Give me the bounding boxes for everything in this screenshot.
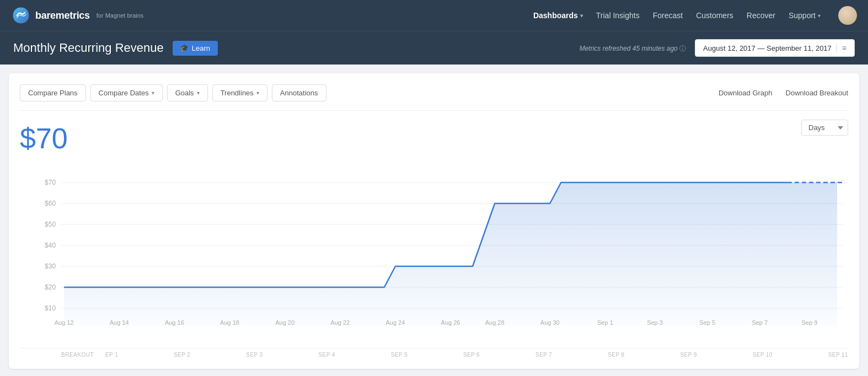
breakout-items: EP 1 SEP 2 SEP 3 SEP 4 SEP 5 SEP 6 SEP 7…	[105, 352, 848, 358]
learn-button[interactable]: 🎓 Learn	[173, 41, 218, 56]
svg-text:Aug 18: Aug 18	[220, 319, 239, 326]
goals-button[interactable]: Goals ▾	[167, 84, 208, 101]
page-title-area: Monthly Recurring Revenue 🎓 Learn	[13, 41, 218, 56]
chevron-down-icon: ▾	[152, 90, 154, 96]
nav-item-forecast[interactable]: Forecast	[653, 11, 683, 20]
metric-value: $70	[20, 122, 848, 155]
svg-text:Aug 20: Aug 20	[275, 319, 294, 326]
nav-item-customers[interactable]: Customers	[696, 11, 733, 20]
date-range-text: August 12, 2017 — September 11, 2017	[703, 44, 832, 52]
svg-text:Aug 14: Aug 14	[110, 319, 129, 326]
breakout-item: SEP 6	[463, 352, 480, 358]
breakout-item: SEP 4	[319, 352, 335, 358]
breakout-label: BREAKOUT	[61, 352, 105, 358]
chevron-down-icon: ▾	[580, 13, 583, 19]
chart-toolbar: Compare Plans Compare Dates ▾ Goals ▾ Tr…	[20, 84, 848, 111]
breakout-item: EP 1	[105, 352, 118, 358]
svg-text:Aug 22: Aug 22	[330, 319, 350, 326]
date-range-picker[interactable]: August 12, 2017 — September 11, 2017 ≡	[695, 39, 855, 57]
chart-area-fill	[64, 182, 837, 326]
breakout-item: SEP 7	[535, 352, 552, 358]
breakout-item: SEP 8	[608, 352, 624, 358]
page-title: Monthly Recurring Revenue	[13, 41, 164, 55]
svg-text:$50: $50	[45, 221, 56, 228]
svg-text:$10: $10	[45, 304, 56, 312]
nav-item-dashboards[interactable]: Dashboards ▾	[533, 11, 583, 20]
navbar: baremetrics for Magnet brains Dashboards…	[0, 0, 868, 31]
toolbar-right: Download Graph Download Breakout	[719, 89, 848, 97]
nav-item-trial-insights[interactable]: Trial Insights	[596, 11, 640, 20]
chart-controls-top: Days Weeks Months	[801, 120, 848, 136]
brand-name: baremetrics	[35, 10, 90, 22]
svg-text:$70: $70	[45, 179, 56, 186]
info-icon[interactable]: ⓘ	[679, 45, 686, 52]
svg-text:$30: $30	[45, 262, 56, 270]
chevron-down-icon: ▾	[256, 90, 259, 96]
menu-icon: ≡	[836, 44, 846, 52]
learn-icon: 🎓	[180, 44, 189, 52]
compare-plans-button[interactable]: Compare Plans	[20, 84, 86, 101]
breakout-item: SEP 5	[391, 352, 408, 358]
svg-text:Sep 9: Sep 9	[802, 319, 818, 326]
chart-area: $70 Days Weeks Months	[20, 111, 848, 358]
navbar-nav: Dashboards ▾ Trial Insights Forecast Cus…	[533, 6, 857, 25]
chart-svg: $70 $60 $50 $40 $30 $20 $10 Aug 12 Aug 1…	[20, 171, 848, 348]
svg-text:Aug 30: Aug 30	[540, 319, 560, 326]
svg-text:Aug 12: Aug 12	[55, 319, 74, 326]
page-header: Monthly Recurring Revenue 🎓 Learn Metric…	[0, 31, 868, 65]
svg-text:Aug 24: Aug 24	[385, 319, 405, 326]
svg-text:Sep 5: Sep 5	[699, 319, 715, 326]
download-breakout-link[interactable]: Download Breakout	[786, 89, 848, 97]
breakout-item: SEP 2	[174, 352, 190, 358]
svg-text:$20: $20	[45, 283, 56, 291]
brand: baremetrics for Magnet brains	[11, 6, 143, 25]
svg-text:Aug 28: Aug 28	[485, 319, 505, 326]
breakout-item: SEP 11	[828, 352, 848, 358]
header-right: Metrics refreshed 45 minutes ago ⓘ Augus…	[580, 39, 855, 57]
svg-text:Aug 16: Aug 16	[165, 319, 184, 326]
chevron-down-icon: ▾	[818, 13, 821, 19]
compare-dates-button[interactable]: Compare Dates ▾	[90, 84, 163, 101]
breakout-item: SEP 3	[246, 352, 262, 358]
annotations-button[interactable]: Annotations	[272, 84, 326, 101]
chevron-down-icon: ▾	[197, 90, 200, 96]
chart-container: $70 $60 $50 $40 $30 $20 $10 Aug 12 Aug 1…	[20, 171, 848, 358]
svg-text:$60: $60	[45, 200, 56, 207]
main-content: Compare Plans Compare Dates ▾ Goals ▾ Tr…	[9, 73, 859, 369]
breakout-item: SEP 10	[753, 352, 773, 358]
metrics-refresh-text: Metrics refreshed 45 minutes ago ⓘ	[580, 43, 686, 53]
brand-logo-icon	[11, 6, 31, 25]
brand-sub: for Magnet brains	[97, 12, 144, 19]
svg-text:Sep 3: Sep 3	[647, 319, 663, 326]
nav-item-support[interactable]: Support ▾	[789, 11, 821, 20]
days-select[interactable]: Days Weeks Months	[801, 120, 848, 136]
svg-text:Sep 7: Sep 7	[752, 319, 768, 326]
nav-item-recover[interactable]: Recover	[747, 11, 775, 20]
svg-text:Aug 26: Aug 26	[441, 319, 460, 326]
avatar[interactable]	[838, 6, 857, 25]
breakout-item: SEP 9	[680, 352, 696, 358]
breakout-row: BREAKOUT EP 1 SEP 2 SEP 3 SEP 4 SEP 5 SE…	[20, 348, 848, 358]
trendlines-button[interactable]: Trendlines ▾	[212, 84, 267, 101]
svg-text:Sep 1: Sep 1	[597, 319, 613, 326]
download-graph-link[interactable]: Download Graph	[719, 89, 773, 97]
svg-text:$40: $40	[45, 241, 56, 249]
